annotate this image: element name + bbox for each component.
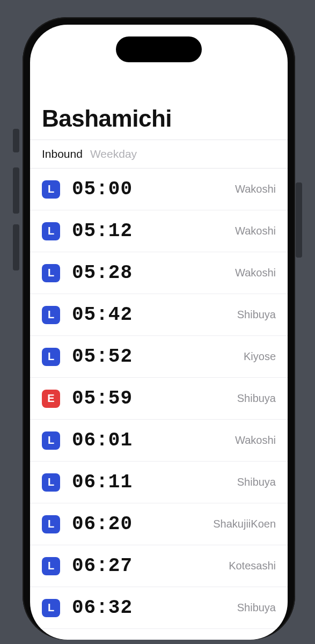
filter-direction[interactable]: Inbound bbox=[42, 148, 83, 160]
timetable-row[interactable]: L 05:12 Wakoshi bbox=[30, 210, 288, 252]
destination-label: Wakoshi bbox=[235, 225, 276, 237]
phone-frame: Bashamichi Inbound Weekday L 05:00 Wakos… bbox=[23, 17, 295, 640]
filter-daytype[interactable]: Weekday bbox=[90, 148, 137, 160]
timetable-row[interactable]: L 06:32 Shibuya bbox=[30, 587, 288, 629]
train-type-badge: L bbox=[42, 515, 60, 533]
side-button-silent bbox=[13, 129, 19, 152]
destination-label: ShakujiiKoen bbox=[213, 518, 276, 530]
destination-label: Shibuya bbox=[237, 476, 276, 488]
departure-time: 06:20 bbox=[72, 513, 213, 535]
departure-time: 05:00 bbox=[72, 178, 235, 200]
timetable-row[interactable]: L 06:11 Shibuya bbox=[30, 462, 288, 503]
destination-label: Wakoshi bbox=[235, 183, 276, 195]
phone-screen: Bashamichi Inbound Weekday L 05:00 Wakos… bbox=[30, 25, 288, 640]
timetable-row[interactable]: L 06:27 Kotesashi bbox=[30, 545, 288, 587]
train-type-badge: L bbox=[42, 348, 60, 366]
departure-time: 05:59 bbox=[72, 387, 237, 409]
train-type-badge: L bbox=[42, 306, 60, 324]
timetable-row[interactable]: L 05:42 Shibuya bbox=[30, 294, 288, 336]
departure-time: 06:01 bbox=[72, 429, 235, 451]
departure-time: 06:27 bbox=[72, 555, 229, 577]
side-button-power bbox=[296, 182, 302, 258]
destination-label: Shibuya bbox=[237, 602, 276, 614]
side-button-volume-up bbox=[13, 167, 19, 214]
departure-time: 05:52 bbox=[72, 346, 244, 368]
destination-label: Wakoshi bbox=[235, 434, 276, 447]
train-type-badge: L bbox=[42, 264, 60, 282]
timetable-row[interactable]: L 05:00 Wakoshi bbox=[30, 169, 288, 210]
departure-time: 06:32 bbox=[72, 597, 237, 619]
side-button-volume-down bbox=[13, 224, 19, 270]
destination-label: Shibuya bbox=[237, 309, 276, 321]
destination-label: Kiyose bbox=[244, 350, 276, 363]
train-type-badge: L bbox=[42, 473, 60, 492]
page-title: Bashamichi bbox=[30, 105, 288, 140]
filter-bar: Inbound Weekday bbox=[30, 140, 288, 169]
departure-time: 06:11 bbox=[72, 471, 237, 493]
train-type-badge: L bbox=[42, 557, 60, 575]
timetable-row[interactable]: L 06:20 ShakujiiKoen bbox=[30, 503, 288, 545]
train-type-badge: L bbox=[42, 431, 60, 450]
timetable-row[interactable]: L 06:01 Wakoshi bbox=[30, 420, 288, 462]
departure-time: 05:28 bbox=[72, 262, 235, 284]
app-content: Bashamichi Inbound Weekday L 05:00 Wakos… bbox=[30, 25, 288, 640]
train-type-badge: L bbox=[42, 599, 60, 617]
train-type-badge: L bbox=[42, 222, 60, 240]
destination-label: Shibuya bbox=[237, 392, 276, 405]
train-type-badge: E bbox=[42, 390, 60, 408]
train-type-badge: L bbox=[42, 180, 60, 199]
timetable-list[interactable]: L 05:00 Wakoshi L 05:12 Wakoshi L 05:28 … bbox=[30, 169, 288, 629]
timetable-row[interactable]: L 05:28 Wakoshi bbox=[30, 252, 288, 294]
dynamic-island bbox=[116, 36, 202, 62]
destination-label: Kotesashi bbox=[229, 560, 276, 572]
destination-label: Wakoshi bbox=[235, 267, 276, 279]
timetable-row[interactable]: L 05:52 Kiyose bbox=[30, 336, 288, 378]
departure-time: 05:12 bbox=[72, 220, 235, 242]
departure-time: 05:42 bbox=[72, 304, 237, 326]
timetable-row[interactable]: E 05:59 Shibuya bbox=[30, 378, 288, 420]
